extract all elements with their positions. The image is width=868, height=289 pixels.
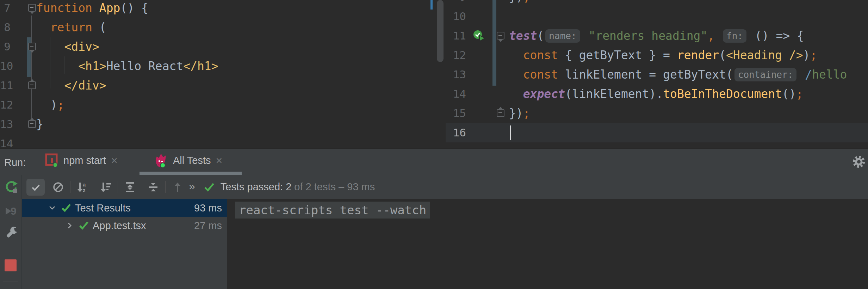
toolwindow-title: Run: xyxy=(4,157,26,168)
run-tab-npm-start[interactable]: npm start × xyxy=(45,149,118,172)
gutter-zone xyxy=(466,84,509,104)
close-icon[interactable]: × xyxy=(111,155,118,166)
code-text: } xyxy=(36,115,43,134)
line-number: 10 xyxy=(446,7,466,26)
fold-marker-icon[interactable] xyxy=(28,120,36,128)
show-ignored-toggle[interactable] xyxy=(50,179,66,195)
divider xyxy=(70,181,70,193)
line-number: 13 xyxy=(0,115,11,134)
line-number: 16 xyxy=(446,123,466,142)
gutter-zone xyxy=(466,0,509,7)
code-token: test xyxy=(509,26,537,45)
gutter-zone xyxy=(11,56,36,76)
editor-pane-app-test-tsx[interactable]: 9});1011test(name: "renders heading", fn… xyxy=(446,0,868,148)
test-node-time: 27 ms xyxy=(194,220,222,232)
ide-window: 7function App() {8 return (9 <div>10 <h1… xyxy=(0,0,868,289)
console-output[interactable]: react-scripts test --watch xyxy=(228,199,868,289)
code-token: } xyxy=(36,115,43,134)
code-token: <Heading xyxy=(726,45,782,65)
gutter-zone xyxy=(11,0,36,18)
chevron-down-icon[interactable] xyxy=(48,203,57,213)
editor-pane-app-tsx[interactable]: 7function App() {8 return (9 <div>10 <h1… xyxy=(0,0,436,148)
gutter-zone xyxy=(11,18,36,37)
test-tree-row[interactable]: App.test.tsx27 ms xyxy=(22,217,227,234)
code-line[interactable]: 10 <h1>Hello React</h1> xyxy=(0,56,436,76)
code-text: const linkElement = getByText(container:… xyxy=(509,65,847,84)
code-line[interactable]: 7function App() { xyxy=(0,0,436,18)
code-line[interactable]: 12 ); xyxy=(0,95,436,115)
code-token xyxy=(36,18,50,37)
fold-marker-icon[interactable] xyxy=(28,81,36,89)
code-token: ; xyxy=(57,95,64,115)
console-command-text: react-scripts test --watch xyxy=(235,202,430,219)
stop-button[interactable] xyxy=(4,259,18,273)
fold-marker-icon[interactable] xyxy=(28,43,36,50)
previous-occurrence-button[interactable] xyxy=(170,179,185,195)
collapse-all-button[interactable] xyxy=(145,179,161,195)
divider xyxy=(118,181,118,193)
code-text: return ( xyxy=(36,18,106,37)
code-line[interactable]: 14 xyxy=(0,134,436,148)
run-toolwindow-left-strip: 9 xyxy=(0,175,22,289)
code-line[interactable]: 9}); xyxy=(446,0,868,7)
status-passed-text: Tests passed: 2 xyxy=(221,181,292,192)
code-token xyxy=(92,0,99,18)
test-passed-run-icon[interactable] xyxy=(473,30,485,42)
code-line[interactable]: 16 xyxy=(446,123,868,142)
test-history-icon[interactable]: 9 xyxy=(4,204,18,218)
fold-marker-icon[interactable] xyxy=(28,4,36,12)
code-token xyxy=(509,65,523,84)
code-text: const { getByText } = render(<Heading />… xyxy=(509,45,817,65)
code-text: <h1>Hello React</h1> xyxy=(36,56,218,76)
fold-marker-icon[interactable] xyxy=(497,32,504,39)
line-number: 14 xyxy=(0,134,11,148)
code-token: /> xyxy=(789,45,803,65)
npm-icon xyxy=(45,153,58,167)
code-text: test(name: "renders heading", fn: () => … xyxy=(509,26,804,45)
rerun-button[interactable] xyxy=(4,180,18,195)
code-line[interactable]: 12 const { getByText } = render(<Heading… xyxy=(446,45,868,65)
code-line[interactable]: 13 const linkElement = getByText(contain… xyxy=(446,65,868,84)
show-passed-toggle[interactable] xyxy=(26,179,45,196)
test-runner-toolbar: a z xyxy=(22,175,868,199)
code-line[interactable]: 11 </div> xyxy=(0,76,436,95)
test-tree-row[interactable]: Test Results93 ms xyxy=(22,199,227,217)
line-number: 7 xyxy=(0,0,11,18)
sort-alphabetically-button[interactable]: a z xyxy=(75,179,90,195)
gutter-zone xyxy=(466,26,509,45)
more-actions-icon[interactable]: » xyxy=(189,180,195,193)
gutter-zone xyxy=(11,76,36,95)
line-number: 9 xyxy=(446,0,466,7)
code-token xyxy=(582,26,589,45)
code-token: { getByText } = xyxy=(558,45,677,65)
wrench-icon[interactable] xyxy=(4,225,18,239)
sort-by-duration-button[interactable] xyxy=(98,179,113,195)
code-token: </h1> xyxy=(183,56,218,76)
sort-duration-icon xyxy=(99,181,112,193)
chevron-right-icon[interactable] xyxy=(65,221,74,230)
code-lines: 7function App() {8 return (9 <div>10 <h1… xyxy=(0,0,436,148)
editor-scrollbar-thumb[interactable] xyxy=(437,0,444,62)
code-token: ) xyxy=(803,45,810,65)
run-tab-all-tests[interactable]: All Tests × xyxy=(154,149,222,172)
code-line[interactable]: 10 xyxy=(446,7,868,26)
code-token: App xyxy=(99,0,120,18)
expand-all-button[interactable] xyxy=(122,179,138,195)
code-line[interactable]: 13} xyxy=(0,115,436,134)
code-text: ); xyxy=(36,95,64,115)
code-token: return xyxy=(50,18,92,37)
code-line[interactable]: 8 return ( xyxy=(0,18,436,37)
code-line[interactable]: 15}); xyxy=(446,104,868,123)
line-number: 11 xyxy=(446,26,466,45)
code-line[interactable]: 11test(name: "renders heading", fn: () =… xyxy=(446,26,868,45)
fold-marker-icon[interactable] xyxy=(497,109,504,117)
code-token: }) xyxy=(509,0,523,7)
gutter-zone xyxy=(11,37,36,56)
code-line[interactable]: 14 expect(linkElement).toBeInTheDocument… xyxy=(446,84,868,104)
gutter-zone xyxy=(466,104,509,123)
code-text: </div> xyxy=(36,76,106,95)
gear-icon[interactable] xyxy=(851,154,867,170)
code-token: ( xyxy=(719,45,726,65)
close-icon[interactable]: × xyxy=(216,155,222,166)
code-line[interactable]: 9 <div> xyxy=(0,37,436,56)
